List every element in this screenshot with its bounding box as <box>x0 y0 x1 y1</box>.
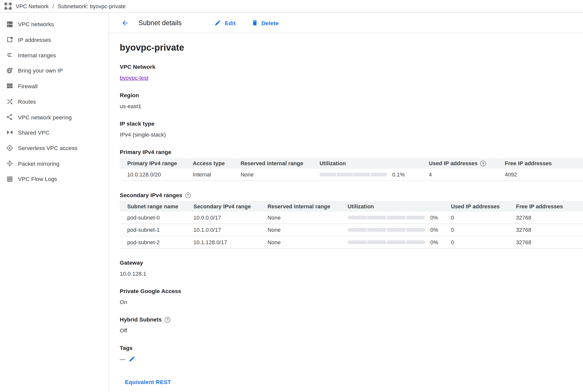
secondary-ranges-section-title: Secondary IPv4 ranges ? <box>120 192 583 198</box>
cell-range-name: pod-subnet-2 <box>120 236 186 248</box>
cell-range-name: pod-subnet-0 <box>120 212 186 224</box>
sidebar-item-ip-addresses[interactable]: IP addresses <box>0 32 109 47</box>
cell-reserved-range: None <box>260 212 340 224</box>
field-label: IP stack type <box>120 120 583 127</box>
breadcrumb: VPC Network / Subnetwork: byovpc-private <box>0 0 583 13</box>
sidebar-item-internal-ranges[interactable]: Internal ranges <box>0 47 109 63</box>
sidebar-item-label: Serverless VPC access <box>18 145 77 151</box>
cell-free-ip: 4092 <box>497 169 583 181</box>
cell-reserved-range: None <box>260 224 340 236</box>
column-header-label: Used IP addresses <box>429 160 478 166</box>
sidebar-item-label: VPC Flow Logs <box>18 176 57 182</box>
sidebar-item-routes[interactable]: Routes <box>0 94 109 109</box>
cell-reserved-range: None <box>233 169 312 181</box>
field-value: Off <box>120 327 583 334</box>
cell-utilization: 0% <box>340 212 444 224</box>
column-header: Used IP addresses <box>444 201 509 212</box>
field-vpc-network: VPC Network byovpc-test <box>120 64 583 81</box>
cell-utilization: 0.1% <box>312 169 421 181</box>
shared-vpc-icon <box>6 129 14 136</box>
column-header: Utilization <box>340 201 444 212</box>
cell-reserved-range: None <box>260 236 340 248</box>
cell-secondary-range: 10.1.128.0/17 <box>186 236 260 248</box>
field-value: 10.0.128.1 <box>120 270 583 277</box>
sidebar-item-label: IP addresses <box>18 36 51 43</box>
help-icon[interactable]: ? <box>165 317 170 322</box>
arrow-back-icon <box>121 19 129 27</box>
field-gateway: Gateway 10.0.128.1 <box>120 260 583 277</box>
column-header: Free IP addresses <box>509 201 583 212</box>
field-value: On <box>120 299 583 306</box>
sidebar: VPC networks IP addresses Internal range… <box>0 13 109 392</box>
sidebar-item-label: Shared VPC <box>18 129 50 136</box>
edit-button[interactable]: Edit <box>214 20 235 26</box>
cell-utilization: 0% <box>340 224 444 236</box>
cell-free-ip: 32768 <box>509 236 583 248</box>
sidebar-item-vpc-flow-logs[interactable]: VPC Flow Logs <box>0 171 109 187</box>
vpc-networks-icon <box>6 20 14 28</box>
sidebar-item-bring-your-own-ip[interactable]: Bring your own IP <box>0 63 109 78</box>
vpc-network-peering-icon <box>6 114 14 121</box>
cell-free-ip: 32768 <box>509 212 583 224</box>
cell-primary-range: 10.0.128.0/20 <box>120 169 185 181</box>
sidebar-item-packet-mirroring[interactable]: Packet mirroring <box>0 156 109 171</box>
utilization-percent: 0% <box>430 214 438 220</box>
breadcrumb-separator: / <box>52 3 54 9</box>
field-value: IPv4 (single-stack) <box>120 131 583 138</box>
cell-used-ip: 4 <box>421 169 497 181</box>
table-header-row: Subnet range name Secondary IPv4 range R… <box>120 201 583 212</box>
edit-tags-pencil-icon[interactable] <box>129 356 135 362</box>
help-icon[interactable]: ? <box>480 160 486 166</box>
tags-value: — <box>120 356 125 362</box>
column-header: Reserved internal range <box>260 201 340 212</box>
field-label: Hybrid Subnets ? <box>120 316 583 323</box>
utilization-percent: 0% <box>430 227 438 233</box>
cell-utilization: 0% <box>340 236 444 248</box>
pencil-icon <box>214 20 221 26</box>
field-label: Region <box>120 92 583 99</box>
bring-your-own-ip-icon <box>6 67 14 74</box>
primary-range-section-title: Primary IPv4 range <box>120 149 583 156</box>
column-header: Free IP addresses <box>497 158 583 169</box>
subnet-details-content: byovpc-private VPC Network byovpc-test R… <box>109 34 583 388</box>
sidebar-item-serverless-vpc-access[interactable]: Serverless VPC access <box>0 140 109 156</box>
sidebar-item-firewall[interactable]: Firewall <box>0 78 109 94</box>
sidebar-item-label: Internal ranges <box>18 52 56 58</box>
cell-used-ip: 0 <box>444 224 509 236</box>
field-label: Private Google Access <box>120 288 583 294</box>
equivalent-rest-button[interactable]: Equivalent REST <box>124 376 172 388</box>
column-header: Reserved internal range <box>233 158 312 169</box>
cell-used-ip: 0 <box>444 236 509 248</box>
table-row: pod-subnet-1 10.1.0.0/17 None 0% 0 32768 <box>120 224 583 236</box>
utilization-bar <box>348 228 425 232</box>
field-value: us-east1 <box>120 103 583 110</box>
utilization-bar <box>320 173 387 176</box>
breadcrumb-product[interactable]: VPC Network <box>16 3 49 9</box>
column-header: Subnet range name <box>120 201 186 212</box>
table-row: pod-subnet-2 10.1.128.0/17 None 0% 0 327… <box>120 236 583 248</box>
help-icon[interactable]: ? <box>185 192 191 198</box>
column-header: Secondary IPv4 range <box>186 201 260 212</box>
field-label: VPC Network <box>120 64 583 70</box>
main-panel: Subnet details Edit Delete byovpc-privat… <box>109 13 583 392</box>
delete-button-label: Delete <box>261 20 279 26</box>
ip-addresses-icon <box>6 36 14 43</box>
sidebar-item-label: VPC network peering <box>18 114 72 120</box>
column-header: Primary IPv4 range <box>120 158 185 169</box>
screen: VPC Network / Subnetwork: byovpc-private… <box>0 0 583 392</box>
cell-used-ip: 0 <box>444 212 509 224</box>
edit-button-label: Edit <box>225 20 236 26</box>
subnet-name-title: byovpc-private <box>120 42 583 53</box>
sidebar-item-shared-vpc[interactable]: Shared VPC <box>0 125 109 140</box>
field-private-google-access: Private Google Access On <box>120 288 583 306</box>
field-label: Gateway <box>120 260 583 266</box>
sidebar-item-label: Bring your own IP <box>18 68 63 74</box>
sidebar-item-vpc-networks[interactable]: VPC networks <box>0 16 109 32</box>
field-label-text: Hybrid Subnets <box>120 316 162 323</box>
field-label: Tags <box>120 345 583 352</box>
delete-button[interactable]: Delete <box>251 20 279 26</box>
sidebar-item-vpc-network-peering[interactable]: VPC network peering <box>0 110 109 125</box>
back-button[interactable] <box>121 18 130 28</box>
vpc-network-link[interactable]: byovpc-test <box>120 74 148 81</box>
breadcrumb-page: Subnetwork: byovpc-private <box>58 3 125 9</box>
